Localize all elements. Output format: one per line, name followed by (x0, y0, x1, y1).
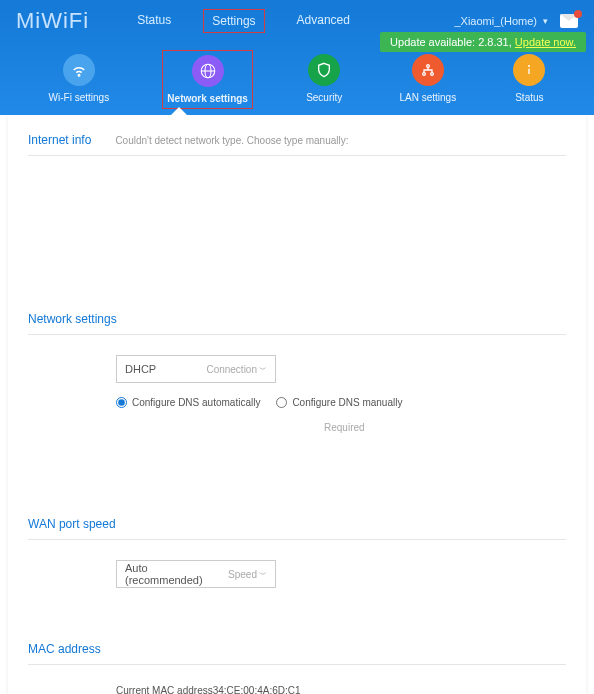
info-icon (513, 54, 545, 86)
nav-settings[interactable]: Settings (203, 9, 264, 33)
svg-rect-7 (529, 69, 530, 74)
wan-speed-select[interactable]: Auto (recommended) Speed ﹀ (116, 560, 276, 588)
svg-point-4 (430, 73, 433, 76)
account-menu[interactable]: _Xiaomi_(Home) ▾ (454, 14, 578, 28)
dns-manual-radio[interactable]: Configure DNS manually (276, 397, 402, 408)
svg-point-0 (78, 75, 80, 77)
chevron-down-icon: ▾ (543, 16, 548, 26)
subnav-wifi[interactable]: Wi-Fi settings (45, 50, 114, 107)
nav-status[interactable]: Status (129, 9, 179, 33)
chevron-down-icon: ﹀ (259, 364, 267, 375)
connection-select[interactable]: DHCP Connection ﹀ (116, 355, 276, 383)
required-label: Required (324, 422, 566, 433)
subnav-network[interactable]: Network settings (162, 50, 253, 109)
svg-point-6 (528, 65, 530, 67)
mail-icon[interactable] (560, 14, 578, 28)
subnav-security[interactable]: Security (302, 50, 346, 107)
wifi-icon (63, 54, 95, 86)
nav-advanced[interactable]: Advanced (289, 9, 358, 33)
chevron-down-icon: ﹀ (259, 569, 267, 580)
svg-point-3 (422, 73, 425, 76)
logo: MiWiFi (16, 8, 89, 34)
dns-auto-radio[interactable]: Configure DNS automatically (116, 397, 260, 408)
internet-info-note: Couldn't detect network type. Choose typ… (115, 135, 348, 146)
globe-icon (192, 55, 224, 87)
internet-info-title: Internet info (28, 133, 91, 147)
network-settings-title: Network settings (28, 312, 117, 326)
update-banner: Update available: 2.8.31, Update now. (380, 32, 586, 52)
shield-icon (308, 54, 340, 86)
update-now-link[interactable]: Update now. (515, 36, 576, 48)
mac-title: MAC address (28, 642, 101, 656)
mac-current: Current MAC address34:CE:00:4A:6D:C1 (116, 685, 566, 694)
subnav-lan[interactable]: LAN settings (395, 50, 460, 107)
account-name: _Xiaomi_(Home) (454, 15, 537, 27)
subnav-status[interactable]: Status (509, 50, 549, 107)
wan-title: WAN port speed (28, 517, 116, 531)
svg-point-5 (426, 65, 429, 68)
lan-icon (412, 54, 444, 86)
